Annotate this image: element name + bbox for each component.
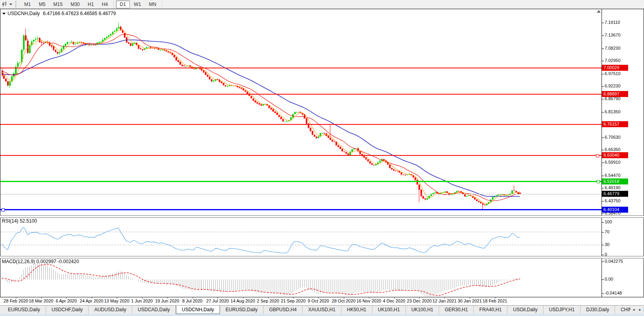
chart-tab-usdcad-daily[interactable]: USDCAD,Daily (132, 306, 176, 314)
price-tick-label: 6.81350 (605, 109, 621, 114)
timeframe-button-w1[interactable]: W1 (130, 0, 145, 8)
price-tick-label: 7.19110 (605, 20, 620, 25)
chart-tab-dj30-daily[interactable]: DJ30,Daily (580, 306, 615, 314)
timeframe-group: M1M5M15M30H1H4D1W1MN (20, 0, 164, 8)
chart-tab-hk50-h1[interactable]: HK50,H1 (341, 306, 372, 314)
date-tick-label: 4 Dec 2020 (383, 299, 405, 303)
price-level-badge: 6.52018 (602, 178, 628, 184)
timeframe-button-mn[interactable]: MN (145, 0, 160, 8)
chevron-down-icon[interactable] (9, 4, 12, 5)
price-tick-label: 7.13670 (605, 33, 621, 37)
date-tick-label: 13 May 2020 (104, 299, 129, 303)
date-tick-label: 28 Oct 2020 (332, 299, 356, 303)
date-axis[interactable]: 28 Feb 202018 Mar 20206 Apr 202024 Apr 2… (0, 297, 644, 304)
axis-tick-mark (602, 35, 604, 36)
date-tick-label: 23 Dec 2020 (407, 299, 432, 303)
chart-tab-audusd-daily[interactable]: AUDUSD,Daily (89, 306, 132, 314)
date-tick-label: 9 Oct 2020 (308, 299, 329, 303)
chart-tab-usdchf-daily[interactable]: USDCHF,Daily (46, 306, 89, 314)
tab-scroll-group: ◄ ► (631, 306, 643, 314)
price-level-badge: 6.40104 (602, 207, 628, 213)
current-price-line (0, 194, 602, 194)
price-chart-canvas[interactable] (0, 9, 644, 297)
chart-symbol-title: USDCNH,Daily (8, 11, 40, 16)
axis-tick-mark (602, 262, 604, 262)
chart-tab-gbpusd-h4[interactable]: GBPUSD,H4 (264, 306, 303, 314)
price-axis[interactable]: 7.191107.136707.082307.029506.975106.922… (602, 9, 644, 297)
axis-tick-mark (602, 232, 604, 233)
chart-tab-bar: EURUSD,DailyUSDCHF,DailyAUDUSD,DailyUSDC… (0, 305, 644, 314)
axis-tick-mark (602, 99, 604, 99)
horizontal-level-line[interactable] (0, 209, 602, 210)
price-tick-label: 6.49190 (605, 185, 621, 190)
horizontal-level-line[interactable] (0, 181, 602, 182)
axis-tick-mark (602, 201, 604, 202)
chart-tab-ger30-h1[interactable]: GER30,H1 (439, 306, 474, 314)
tab-scroll-left-icon[interactable]: ◄ (631, 306, 637, 314)
axis-tick-mark (602, 245, 604, 245)
axis-tick-mark (602, 112, 604, 112)
chart-tab-fra40-h1[interactable]: FRA40,H1 (474, 306, 507, 314)
horizontal-level-line[interactable] (0, 94, 602, 95)
macd-indicator-label: MACD(12,26,9) 0.002997 -0.002420 (2, 259, 79, 264)
horizontal-level-line[interactable] (0, 155, 602, 156)
date-tick-label: 2 Sep 2020 (257, 299, 279, 303)
axis-tick-mark (602, 163, 604, 163)
axis-tick-mark (602, 61, 604, 61)
price-tick-label: 6.59910 (605, 160, 621, 165)
macd-tick-label: 0.042275 (605, 259, 623, 264)
macd-tick-label: -0.04148 (605, 291, 622, 295)
chart-menu-icon[interactable] (2, 13, 6, 15)
chart-tab-uk100-h1[interactable]: UK100,H1 (372, 306, 406, 314)
axis-tick-mark (602, 74, 604, 74)
price-tick-label: 6.97510 (605, 71, 621, 76)
axis-tick-mark (602, 176, 604, 176)
pane-divider-macd[interactable] (0, 256, 644, 258)
axis-tick-mark (602, 150, 604, 150)
date-tick-label: 27 Jul 2020 (206, 299, 229, 303)
level-drag-handle[interactable] (596, 154, 599, 157)
chart-tab-usdjpy-h1[interactable]: USDJPY,H1 (544, 306, 580, 314)
toolbar-separator (114, 1, 114, 8)
macd-tick-label: 0.00 (605, 277, 613, 281)
timeframe-button-d1[interactable]: D1 (116, 0, 130, 8)
status-strip (0, 314, 644, 316)
horizontal-level-line[interactable] (0, 124, 602, 125)
toolbar-drag-handle[interactable] (15, 1, 17, 8)
rsi-indicator-label: RSI(14) 52.5100 (2, 218, 37, 224)
level-drag-handle[interactable] (597, 180, 600, 183)
date-tick-label: 19 Jun 2020 (155, 299, 179, 303)
date-tick-label: 28 Feb 2020 (4, 299, 28, 303)
tab-scroll-right-icon[interactable]: ► (637, 306, 643, 314)
axis-tick-mark (602, 279, 604, 280)
price-tick-label: 6.43750 (605, 198, 621, 203)
price-tick-label: 6.54470 (605, 173, 621, 178)
timeframe-button-m5[interactable]: M5 (35, 0, 50, 8)
axis-tick-mark (602, 188, 604, 188)
pane-divider-rsi[interactable] (0, 215, 644, 218)
timeframe-button-h4[interactable]: H4 (98, 0, 112, 8)
timeframe-button-m30[interactable]: M30 (67, 0, 84, 8)
timeframe-button-h1[interactable]: H1 (84, 0, 98, 8)
axis-tick-mark (602, 255, 604, 255)
chart-ohlc-values: 6.47166 6.47623 6.46585 6.46779 (43, 11, 116, 16)
timeframe-button-m1[interactable]: M1 (20, 0, 35, 8)
horizontal-level-line[interactable] (0, 68, 602, 68)
chart-tab-eurusd-daily[interactable]: EURUSD,Daily (2, 306, 46, 314)
level-drag-handle[interactable] (2, 208, 5, 211)
toolbar-separator (162, 1, 163, 8)
price-tick-label: 6.92230 (605, 83, 621, 88)
axis-tick-mark (602, 86, 604, 87)
chart-tab-xauusd-h1[interactable]: XAUUSD,H1 (303, 306, 341, 314)
price-tick-label: 6.65350 (605, 147, 621, 152)
date-tick-label: 24 Apr 2020 (80, 299, 103, 303)
date-tick-label: 14 Aug 2020 (231, 299, 255, 303)
scroll-up-icon[interactable] (597, 10, 601, 13)
chart-tab-usdcnh-daily[interactable]: USDCNH,Daily (176, 305, 220, 314)
timeframe-button-m15[interactable]: M15 (49, 0, 66, 8)
chart-tab-uk100-h1[interactable]: UK100,H1 (406, 306, 439, 314)
chart-tab-usoil-daily[interactable]: USOil,Daily (507, 306, 543, 314)
candlestick-chart-icon[interactable] (1, 1, 8, 8)
rsi-tick-label: 70 (605, 229, 609, 234)
chart-tab-eurusd-daily[interactable]: EURUSD,Daily (220, 306, 264, 314)
